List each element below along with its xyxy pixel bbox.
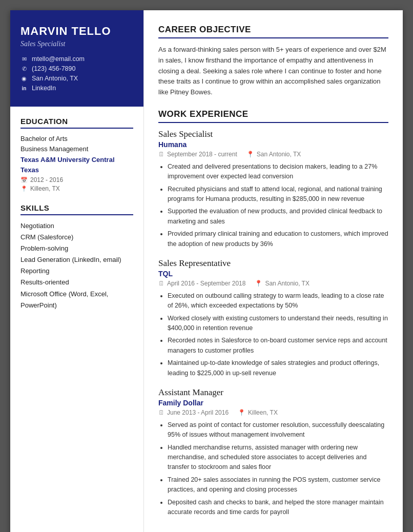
skill-2: CRM (Salesforce) <box>20 232 133 243</box>
job-1-title: Sales Specialist <box>158 129 388 139</box>
job-2-bullet-4: Maintained up-to-date knowledge of sales… <box>168 358 388 378</box>
job-2: Sales Representative TQL 🗓 April 2016 - … <box>158 258 388 378</box>
edu-school: Texas A&M University Central Texas <box>20 155 133 175</box>
job-1: Sales Specialist Humana 🗓 September 2018… <box>158 129 388 249</box>
job-2-title: Sales Representative <box>158 258 388 269</box>
edu-years: 2012 - 2016 <box>30 176 63 183</box>
job-3-location-item: 📍 Killeen, TX <box>238 409 278 416</box>
location-icon: ◉ <box>20 75 28 82</box>
job-3-dates: June 2013 - April 2016 <box>167 409 229 416</box>
work-experience-section: WORK EXPERIENCE Sales Specialist Humana … <box>158 109 388 517</box>
contact-location: ◉ San Antonio, TX <box>20 75 133 82</box>
job-1-dates-item: 🗓 September 2018 - current <box>158 151 237 158</box>
map-icon-2: 📍 <box>255 280 262 287</box>
edu-city-meta: 📍 Killeen, TX <box>20 185 133 192</box>
map-icon: 📍 <box>20 186 28 192</box>
job-1-bullet-1: Created and delivered presentations to d… <box>168 162 388 182</box>
job-2-dates-item: 🗓 April 2016 - September 2018 <box>158 280 245 287</box>
main-content: CAREER OBJECTIVE As a forward-thinking s… <box>143 10 403 532</box>
skills-section: SKILLS Negotiation CRM (Salesforce) Prob… <box>20 203 133 311</box>
skill-7: Microsoft Office (Word, Excel, PowerPoin… <box>20 289 133 311</box>
contact-phone: ✆ (123) 456-7890 <box>20 65 133 72</box>
job-1-location: San Antonio, TX <box>257 151 301 158</box>
work-experience-title: WORK EXPERIENCE <box>158 109 388 123</box>
calendar-icon-3: 🗓 <box>158 409 164 416</box>
job-2-bullet-3: Recorded notes in Salesforce to on-board… <box>168 336 388 356</box>
job-2-bullet-2: Worked closely with existing customers t… <box>168 314 388 334</box>
job-3-dates-item: 🗓 June 2013 - April 2016 <box>158 409 229 416</box>
sidebar-header: MARVIN TELLO Sales Specialist ✉ mtello@e… <box>10 10 143 107</box>
job-1-bullet-3: Supported the evaluation of new products… <box>168 207 388 227</box>
job-3-bullets: Served as point of contact for customer … <box>158 420 388 517</box>
job-1-bullets: Created and delivered presentations to d… <box>158 162 388 249</box>
map-icon-3: 📍 <box>238 409 245 416</box>
email-icon: ✉ <box>20 56 28 63</box>
calendar-icon-1: 🗓 <box>158 151 164 158</box>
career-objective-title: CAREER OBJECTIVE <box>158 25 388 38</box>
job-1-company: Humana <box>158 140 388 149</box>
phone-icon: ✆ <box>20 66 28 72</box>
job-2-bullet-1: Executed on outbound calling strategy to… <box>168 291 388 311</box>
job-1-meta: 🗓 September 2018 - current 📍 San Antonio… <box>158 151 388 158</box>
job-2-location-item: 📍 San Antonio, TX <box>255 280 309 287</box>
job-3: Assistant Manager Family Dollar 🗓 June 2… <box>158 387 388 517</box>
job-3-meta: 🗓 June 2013 - April 2016 📍 Killeen, TX <box>158 409 388 416</box>
job-3-bullet-2: Handled merchandise returns, assisted ma… <box>168 443 388 473</box>
sidebar: MARVIN TELLO Sales Specialist ✉ mtello@e… <box>10 10 143 532</box>
job-3-company: Family Dollar <box>158 399 388 407</box>
location-text: San Antonio, TX <box>32 75 78 82</box>
job-2-meta: 🗓 April 2016 - September 2018 📍 San Anto… <box>158 280 388 287</box>
map-icon-1: 📍 <box>246 151 254 158</box>
edu-city: Killeen, TX <box>30 185 60 192</box>
job-1-location-item: 📍 San Antonio, TX <box>246 151 301 158</box>
skill-6: Results-oriented <box>20 277 133 288</box>
contact-linkedin: in LinkedIn <box>20 85 133 92</box>
job-3-bullet-3: Trained 20+ sales associates in running … <box>168 475 388 495</box>
skills-title: SKILLS <box>20 203 133 215</box>
sidebar-body: EDUCATION Bachelor of Arts Business Mana… <box>10 107 143 532</box>
job-2-dates: April 2016 - September 2018 <box>167 280 245 287</box>
candidate-title: Sales Specialist <box>20 40 133 48</box>
job-3-location: Killeen, TX <box>248 409 278 416</box>
contact-email: ✉ mtello@email.com <box>20 55 133 63</box>
education-title: EDUCATION <box>20 117 133 129</box>
phone-text: (123) 456-7890 <box>32 65 75 72</box>
job-3-title: Assistant Manager <box>158 387 388 398</box>
calendar-icon: 📅 <box>20 177 28 183</box>
skill-5: Reporting <box>20 265 133 277</box>
education-section: EDUCATION Bachelor of Arts Business Mana… <box>20 117 133 192</box>
job-1-dates: September 2018 - current <box>167 151 237 158</box>
career-objective-section: CAREER OBJECTIVE As a forward-thinking s… <box>158 25 388 98</box>
skill-4: Lead Generation (LinkedIn, email) <box>20 254 133 265</box>
linkedin-text: LinkedIn <box>32 85 56 92</box>
skill-3: Problem-solving <box>20 243 133 254</box>
job-3-bullet-4: Deposited cash and checks to bank, and h… <box>168 498 388 518</box>
edu-degree: Bachelor of Arts <box>20 134 133 144</box>
career-objective-text: As a forward-thinking sales person with … <box>158 45 388 98</box>
job-1-bullet-4: Provided primary clinical training and e… <box>168 229 388 249</box>
job-2-bullets: Executed on outbound calling strategy to… <box>158 291 388 378</box>
job-2-company: TQL <box>158 270 388 278</box>
calendar-icon-2: 🗓 <box>158 280 164 287</box>
skill-1: Negotiation <box>20 220 133 232</box>
job-2-location: San Antonio, TX <box>265 280 309 287</box>
edu-years-meta: 📅 2012 - 2016 <box>20 176 133 183</box>
email-text: mtello@email.com <box>32 55 85 63</box>
resume-wrapper: MARVIN TELLO Sales Specialist ✉ mtello@e… <box>10 10 403 532</box>
job-3-bullet-1: Served as point of contact for customer … <box>168 420 388 440</box>
linkedin-icon: in <box>20 86 28 91</box>
job-1-bullet-2: Recruited physicians and staff to attend… <box>168 185 388 204</box>
candidate-name: MARVIN TELLO <box>20 25 133 38</box>
edu-major: Business Management <box>20 144 133 154</box>
